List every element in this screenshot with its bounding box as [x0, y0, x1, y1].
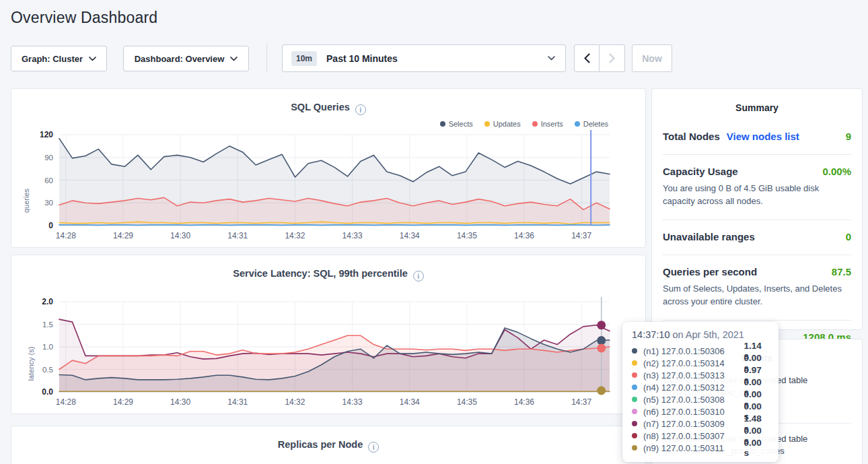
svg-text:90: 90 — [44, 154, 53, 162]
svg-text:14:31: 14:31 — [227, 397, 248, 407]
time-range-badge: 10m — [291, 51, 317, 66]
svg-text:14:33: 14:33 — [342, 231, 363, 240]
service-latency-title: Service Latency: SQL, 99th percentile — [233, 268, 408, 279]
svg-text:60: 60 — [44, 176, 53, 185]
summary-row-value: 0 — [846, 231, 851, 242]
time-range-label: Past 10 Minutes — [326, 53, 398, 64]
summary-row: Unavailable ranges0 — [663, 220, 851, 255]
legend-dot-icon — [484, 121, 490, 127]
tooltip-node-name: (n4) 127.0.0.1:50312 — [643, 383, 744, 393]
sql-queries-title: SQL Queries — [291, 102, 350, 112]
node-color-dot-icon — [632, 397, 637, 402]
sql-queries-title-row: SQL Queriesi — [11, 89, 645, 115]
tooltip-node-name: (n9) 127.0.0.1:50311 — [643, 443, 744, 453]
svg-text:120: 120 — [40, 130, 53, 139]
legend-dot-icon — [532, 121, 538, 127]
summary-row-label: Capacity Usage — [663, 166, 738, 177]
graph-dropdown[interactable]: Graph: Cluster — [11, 46, 107, 71]
svg-text:0: 0 — [48, 221, 53, 230]
now-button[interactable]: Now — [632, 44, 672, 72]
svg-text:14:28: 14:28 — [56, 231, 76, 240]
summary-row-value: 87.5 — [832, 266, 851, 277]
node-color-dot-icon — [632, 385, 637, 390]
summary-row: Total NodesView nodes list9 — [663, 120, 851, 155]
replicas-per-node-panel: Replicas per Nodei — [11, 426, 646, 464]
svg-text:14:36: 14:36 — [514, 397, 534, 407]
service-latency-chart[interactable]: 0.00.51.01.52.014:2814:2914:3014:3114:32… — [11, 294, 647, 411]
legend-dot-icon — [575, 121, 580, 127]
toolbar: Graph: Cluster Dashboard: Overview 10m P… — [0, 40, 868, 74]
summary-title: Summary — [652, 89, 862, 113]
node-color-dot-icon — [632, 421, 637, 426]
summary-row-label: Queries per second — [663, 266, 757, 277]
summary-row-value: 9 — [846, 131, 851, 142]
tooltip-node-name: (n8) 127.0.0.1:50307 — [643, 431, 744, 441]
svg-text:14:36: 14:36 — [514, 231, 534, 240]
tooltip-date: on Apr 5th, 2021 — [670, 329, 744, 340]
info-icon[interactable]: i — [413, 271, 424, 281]
chevron-down-icon — [548, 56, 555, 61]
svg-text:14:30: 14:30 — [170, 397, 190, 407]
chevron-right-icon — [609, 53, 615, 63]
sql-queries-chart[interactable]: 030609012014:2814:2914:3014:3114:3214:33… — [11, 127, 647, 244]
info-icon[interactable]: i — [368, 442, 379, 453]
svg-text:1.5: 1.5 — [42, 321, 53, 329]
svg-text:14:37: 14:37 — [571, 231, 591, 240]
svg-text:14:29: 14:29 — [113, 397, 133, 407]
svg-text:14:28: 14:28 — [56, 397, 76, 407]
dashboard-dropdown[interactable]: Dashboard: Overview — [123, 46, 249, 71]
node-color-dot-icon — [632, 433, 637, 438]
summary-row-label: Unavailable ranges — [663, 231, 755, 242]
tooltip-timestamp: 14:37:10 on Apr 5th, 2021 — [632, 329, 769, 340]
svg-text:14:29: 14:29 — [113, 231, 133, 240]
tooltip-node-name: (n7) 127.0.0.1:50309 — [643, 419, 744, 429]
page-title: Overview Dashboard — [11, 9, 157, 27]
svg-text:14:30: 14:30 — [170, 231, 190, 240]
node-color-dot-icon — [632, 360, 637, 366]
tooltip-time: 14:37:10 — [632, 329, 670, 340]
tooltip-node-name: (n6) 127.0.0.1:50310 — [643, 407, 744, 417]
svg-text:1.0: 1.0 — [42, 343, 53, 351]
replicas-title-row: Replicas per Nodei — [11, 426, 645, 453]
tooltip-node-name: (n5) 127.0.0.1:50308 — [643, 395, 744, 405]
svg-text:14:35: 14:35 — [457, 397, 477, 407]
tooltip-node-name: (n2) 127.0.0.1:50314 — [643, 358, 744, 368]
summary-row: Capacity Usage0.00%You are using 0 B of … — [663, 155, 851, 220]
summary-row-label: Total Nodes — [663, 131, 720, 142]
view-nodes-list-link[interactable]: View nodes list — [727, 131, 799, 142]
svg-text:30: 30 — [44, 199, 53, 207]
tooltip-node-name: (n3) 127.0.0.1:50313 — [643, 370, 744, 380]
time-next-button[interactable] — [600, 44, 625, 72]
chevron-left-icon — [584, 53, 590, 63]
node-color-dot-icon — [632, 409, 637, 414]
service-latency-title-row: Service Latency: SQL, 99th percentilei — [11, 255, 645, 281]
node-color-dot-icon — [632, 445, 637, 451]
tooltip-node-row: (n9) 127.0.0.1:503110.00 s — [632, 442, 769, 454]
service-latency-panel: Service Latency: SQL, 99th percentilei l… — [11, 255, 646, 414]
toolbar-divider — [266, 43, 267, 73]
summary-row: Queries per second87.5Sum of Selects, Up… — [663, 255, 851, 321]
time-range-dropdown[interactable]: 10m Past 10 Minutes — [282, 44, 566, 72]
summary-panel: Summary Total NodesView nodes list9Capac… — [651, 88, 863, 330]
summary-row-description: Sum of Selects, Updates, Inserts, and De… — [663, 282, 851, 308]
summary-row-description: You are using 0 B of 4.5 GiB usable disk… — [663, 182, 851, 207]
svg-text:14:35: 14:35 — [457, 231, 477, 240]
svg-text:14:31: 14:31 — [227, 231, 248, 240]
chart-hover-tooltip: 14:37:10 on Apr 5th, 2021 (n1) 127.0.0.1… — [622, 322, 779, 462]
node-color-dot-icon — [632, 372, 637, 378]
time-step-buttons — [574, 44, 625, 72]
svg-text:14:34: 14:34 — [400, 231, 420, 240]
chevron-down-icon — [230, 57, 238, 61]
summary-rows: Total NodesView nodes list9Capacity Usag… — [663, 120, 851, 355]
svg-text:14:32: 14:32 — [285, 231, 305, 240]
node-color-dot-icon — [632, 348, 637, 354]
info-icon[interactable]: i — [355, 104, 366, 115]
svg-text:14:34: 14:34 — [400, 397, 420, 407]
svg-text:2.0: 2.0 — [42, 297, 53, 306]
legend-dot-icon — [440, 121, 445, 127]
svg-text:14:37: 14:37 — [571, 397, 591, 407]
time-prev-button[interactable] — [574, 44, 600, 72]
sql-queries-panel: SQL Queriesi SelectsUpdatesInsertsDelete… — [11, 88, 646, 248]
svg-text:0.5: 0.5 — [42, 366, 53, 374]
dashboard-dropdown-label: Dashboard: Overview — [135, 54, 225, 64]
